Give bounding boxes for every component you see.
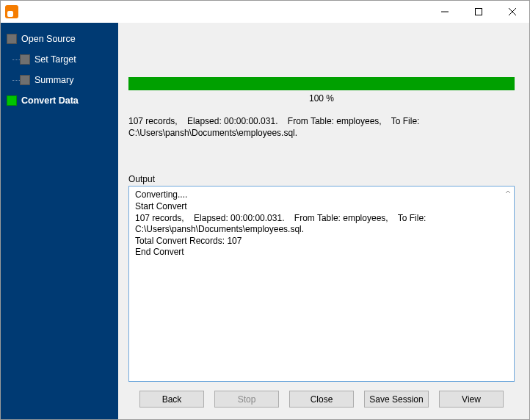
conversion-summary: 107 records, Elapsed: 00:00:00.031. From… [128,115,515,139]
close-window-button[interactable] [495,1,529,23]
step-summary[interactable]: Summary [20,70,114,90]
save-session-button[interactable]: Save Session [364,391,429,408]
scroll-up-icon[interactable] [504,188,512,197]
svg-rect-1 [476,9,482,15]
view-button[interactable]: View [439,391,504,408]
step-label: Open Source [21,34,76,44]
button-row: Back Stop Close Save Session View [128,382,515,412]
progress-bar [128,77,515,90]
step-label: Set Target [35,54,76,65]
output-label: Output [128,174,515,184]
step-box-icon [20,54,30,65]
step-label: Convert Data [21,95,79,106]
body-area: Open Source Set Target Summary Convert D… [1,23,529,419]
close-icon [509,8,516,15]
progress-section: 100 % [128,77,515,104]
minimize-button[interactable] [428,1,462,23]
step-box-icon [20,75,30,85]
step-label: Summary [35,75,73,85]
step-set-target[interactable]: Set Target [20,49,114,70]
wizard-sidebar: Open Source Set Target Summary Convert D… [1,23,118,419]
content-panel: 100 % 107 records, Elapsed: 00:00:00.031… [118,23,529,419]
step-convert-data[interactable]: Convert Data [7,90,114,111]
titlebar [1,1,529,23]
maximize-button[interactable] [462,1,495,23]
step-open-source[interactable]: Open Source [7,29,114,49]
maximize-icon [475,8,482,15]
step-box-icon [7,95,17,106]
back-button[interactable]: Back [139,391,204,408]
output-textarea[interactable] [134,188,509,380]
progress-percent: 100 % [128,93,515,104]
step-box-icon [7,34,17,44]
minimize-icon [441,8,449,15]
app-window: Open Source Set Target Summary Convert D… [0,0,530,420]
stop-button: Stop [214,391,279,408]
close-button[interactable]: Close [289,391,354,408]
output-box [128,186,515,382]
app-icon [5,5,18,18]
